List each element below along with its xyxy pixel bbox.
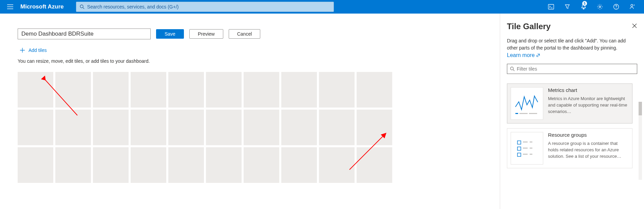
tile-name: Metrics chart [548, 87, 629, 93]
search-icon [80, 4, 84, 9]
global-search[interactable] [76, 2, 334, 12]
menu-icon[interactable] [3, 0, 17, 14]
tile-desc: A resource group is a container that hol… [548, 140, 629, 160]
tile-grid[interactable] [15, 72, 500, 183]
dashboard-edit-area: Save Preview Cancel Add tiles You can re… [0, 14, 500, 209]
tile-card-metrics-chart[interactable]: Metrics chart Metrics in Azure Monitor a… [507, 83, 632, 124]
dashboard-name-input[interactable] [18, 28, 151, 39]
brand-label[interactable]: Microsoft Azure [17, 3, 71, 10]
help-text: You can resize, move, edit tiles, or add… [15, 57, 500, 72]
external-link-icon [536, 53, 540, 57]
directory-filter-icon[interactable] [559, 0, 575, 14]
svg-rect-21 [523, 154, 528, 155]
svg-rect-18 [523, 148, 528, 149]
svg-point-9 [510, 67, 513, 70]
svg-line-1 [83, 7, 84, 9]
svg-rect-17 [517, 147, 521, 150]
filter-input[interactable] [517, 66, 634, 72]
svg-rect-12 [519, 113, 528, 114]
svg-rect-14 [517, 141, 521, 144]
tile-gallery-panel: Tile Gallery Drag and drop or select til… [500, 14, 644, 209]
svg-rect-2 [548, 4, 554, 9]
svg-rect-13 [529, 113, 537, 114]
plus-icon [20, 48, 25, 53]
add-tiles-link[interactable]: Add tiles [15, 46, 47, 57]
svg-rect-19 [530, 148, 532, 149]
svg-line-10 [513, 70, 514, 71]
learn-more-link[interactable]: Learn more [507, 52, 637, 58]
svg-rect-15 [523, 141, 528, 142]
svg-rect-22 [530, 154, 532, 155]
panel-description: Drag and drop or select tile and click "… [507, 37, 637, 52]
filter-tiles[interactable] [507, 64, 637, 74]
gear-icon[interactable] [592, 0, 608, 14]
svg-rect-20 [517, 153, 521, 156]
top-nav-bar: Microsoft Azure 5 [0, 0, 644, 14]
svg-point-5 [616, 8, 617, 8]
notifications-icon[interactable]: 5 [575, 0, 592, 14]
resource-groups-icon [511, 132, 543, 165]
metrics-chart-icon [511, 87, 543, 120]
search-icon [510, 66, 515, 71]
preview-button[interactable]: Preview [189, 29, 223, 39]
notification-badge: 5 [582, 1, 587, 6]
tile-card-resource-groups[interactable]: Resource groups A resource group is a co… [507, 128, 632, 168]
scrollbar[interactable] [639, 102, 642, 180]
feedback-icon[interactable] [624, 0, 641, 14]
close-icon[interactable] [632, 23, 637, 30]
svg-rect-11 [515, 113, 518, 114]
svg-point-3 [599, 6, 601, 8]
help-icon[interactable] [608, 0, 624, 14]
tile-name: Resource groups [548, 132, 629, 138]
svg-point-0 [80, 5, 83, 8]
search-input[interactable] [87, 4, 330, 10]
panel-title: Tile Gallery [507, 22, 551, 31]
svg-point-6 [631, 4, 633, 6]
save-button[interactable]: Save [156, 29, 184, 39]
cloud-shell-icon[interactable] [543, 0, 559, 14]
cancel-button[interactable]: Cancel [229, 29, 261, 39]
svg-rect-16 [530, 141, 532, 142]
tile-desc: Metrics in Azure Monitor are lightweight… [548, 96, 629, 115]
